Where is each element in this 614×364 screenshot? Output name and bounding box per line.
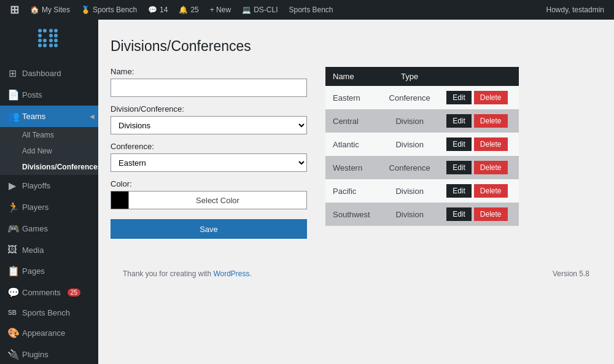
cell-name: Western bbox=[325, 156, 380, 179]
name-field-group: Name: bbox=[111, 67, 307, 97]
edit-button[interactable]: Edit bbox=[446, 91, 472, 104]
teams-icon: 👥 bbox=[7, 110, 17, 122]
my-sites-label: My Sites bbox=[42, 6, 70, 14]
sports-bench-right-item[interactable]: Sports Bench bbox=[284, 0, 338, 20]
new-item[interactable]: + New bbox=[205, 0, 236, 20]
wordpress-link[interactable]: WordPress. bbox=[213, 269, 251, 278]
edit-button[interactable]: Edit bbox=[446, 137, 472, 151]
menu-item-sports-bench[interactable]: SB Sports Bench bbox=[0, 303, 98, 322]
menu-item-games[interactable]: 🎮 Games bbox=[0, 218, 98, 239]
edit-button[interactable]: Edit bbox=[446, 184, 472, 198]
wp-logo-icon: ⊞ bbox=[10, 3, 19, 17]
save-button[interactable]: Save bbox=[111, 219, 307, 239]
division-conference-select[interactable]: Divisions Conferences bbox=[111, 116, 307, 134]
delete-button[interactable]: Delete bbox=[474, 207, 508, 221]
cell-type: Division bbox=[380, 133, 439, 156]
sports-bench-label: Sports Bench bbox=[93, 6, 137, 14]
conference-select[interactable]: Eastern Western Central bbox=[111, 153, 307, 172]
cell-name: Pacific bbox=[325, 179, 380, 203]
svg-point-9 bbox=[49, 34, 53, 37]
sidebar: ⊞ Dashboard 📄 Posts 👥 Teams ◀ All Teams … bbox=[0, 20, 98, 364]
delete-button[interactable]: Delete bbox=[474, 114, 508, 128]
edit-button[interactable]: Edit bbox=[446, 161, 472, 174]
comments-item[interactable]: 💬 14 bbox=[143, 0, 173, 20]
menu-item-comments[interactable]: 💬 Comments 25 bbox=[0, 282, 98, 303]
table-section: Name Type Eastern Conference Edit Delete… bbox=[325, 67, 519, 226]
cell-type: Division bbox=[380, 109, 439, 133]
page-title: Divisions/Conferences bbox=[111, 38, 602, 55]
teams-arrow-icon: ◀ bbox=[90, 113, 95, 120]
my-sites-icon: 🏠 bbox=[30, 6, 39, 14]
comments-count: 14 bbox=[160, 6, 168, 14]
cell-name: Central bbox=[325, 109, 380, 133]
sports-bench-item[interactable]: 🏅 Sports Bench bbox=[76, 0, 142, 20]
menu-item-teams[interactable]: 👥 Teams ◀ bbox=[0, 106, 98, 127]
sb-logo-area bbox=[0, 20, 98, 63]
svg-point-2 bbox=[38, 34, 42, 37]
menu-label-players: Players bbox=[22, 203, 49, 212]
color-select-button[interactable]: Select Color bbox=[129, 191, 307, 209]
delete-button[interactable]: Delete bbox=[474, 137, 508, 151]
svg-point-10 bbox=[54, 34, 58, 37]
menu-item-dashboard[interactable]: ⊞ Dashboard bbox=[0, 63, 98, 84]
cell-actions: Edit Delete bbox=[439, 156, 519, 179]
col-type-header: Type bbox=[380, 67, 439, 86]
new-label: + New bbox=[210, 6, 231, 14]
table-body: Eastern Conference Edit Delete Central D… bbox=[325, 86, 519, 226]
submenu-item-add-new[interactable]: Add New bbox=[0, 143, 98, 159]
appearance-icon: 🎨 bbox=[7, 327, 17, 339]
footer-text: Thank you for creating with WordPress. bbox=[123, 269, 252, 278]
color-swatch[interactable] bbox=[111, 191, 129, 209]
menu-item-media[interactable]: 🖼 Media bbox=[0, 239, 98, 260]
menu-label-comments: Comments bbox=[22, 288, 61, 297]
svg-point-8 bbox=[54, 29, 58, 33]
cell-type: Division bbox=[380, 179, 439, 203]
table-row: Central Division Edit Delete bbox=[325, 109, 519, 133]
updates-item[interactable]: 🔔 25 bbox=[174, 0, 203, 20]
howdy-label: Howdy, testadmin bbox=[546, 6, 604, 14]
delete-button[interactable]: Delete bbox=[474, 161, 508, 174]
menu-item-playoffs[interactable]: ▶ Playoffs bbox=[0, 175, 98, 196]
wp-logo-item[interactable]: ⊞ bbox=[5, 0, 24, 20]
my-sites-item[interactable]: 🏠 My Sites bbox=[25, 0, 75, 20]
svg-point-6 bbox=[38, 44, 42, 47]
svg-point-1 bbox=[43, 29, 47, 33]
divisions-table: Name Type Eastern Conference Edit Delete… bbox=[325, 67, 519, 226]
svg-point-3 bbox=[38, 39, 42, 42]
menu-label-teams: Teams bbox=[22, 112, 45, 121]
ds-cli-item[interactable]: 💻 DS-CLI bbox=[237, 0, 282, 20]
submenu-label-divisions: Divisions/Conferences bbox=[22, 163, 101, 171]
main-wrap: ⊞ Dashboard 📄 Posts 👥 Teams ◀ All Teams … bbox=[0, 20, 614, 364]
table-row: Eastern Conference Edit Delete bbox=[325, 86, 519, 109]
teams-submenu: All Teams Add New Divisions/Conferences bbox=[0, 127, 98, 175]
main-menu: ⊞ Dashboard 📄 Posts 👥 Teams ◀ bbox=[0, 63, 98, 127]
howdy-item[interactable]: Howdy, testadmin bbox=[542, 0, 609, 20]
updates-icon: 🔔 bbox=[179, 6, 188, 14]
menu-label-appearance: Appearance bbox=[22, 328, 65, 338]
submenu-item-divisions[interactable]: Divisions/Conferences bbox=[0, 159, 98, 175]
edit-button[interactable]: Edit bbox=[446, 114, 472, 128]
cell-actions: Edit Delete bbox=[439, 86, 519, 109]
menu-item-posts[interactable]: 📄 Posts bbox=[0, 84, 98, 106]
menu-item-appearance[interactable]: 🎨 Appearance bbox=[0, 322, 98, 344]
cell-type: Conference bbox=[380, 86, 439, 109]
menu-item-players[interactable]: 🏃 Players bbox=[0, 196, 98, 218]
delete-button[interactable]: Delete bbox=[474, 184, 508, 198]
menu-label-posts: Posts bbox=[22, 90, 42, 99]
menu-label-plugins: Plugins bbox=[22, 350, 49, 359]
menu-label-games: Games bbox=[22, 224, 48, 233]
dashboard-icon: ⊞ bbox=[7, 68, 17, 79]
cell-name: Atlantic bbox=[325, 133, 380, 156]
submenu-item-all-teams[interactable]: All Teams bbox=[0, 127, 98, 143]
comments-badge: 25 bbox=[68, 288, 80, 296]
sports-bench-right-label: Sports Bench bbox=[289, 6, 333, 14]
edit-button[interactable]: Edit bbox=[446, 207, 472, 221]
delete-button[interactable]: Delete bbox=[474, 91, 508, 104]
footer: Thank you for creating with WordPress. V… bbox=[111, 263, 602, 284]
comments-icon: 💬 bbox=[148, 6, 157, 14]
menu-item-pages[interactable]: 📋 Pages bbox=[0, 260, 98, 282]
table-row: Pacific Division Edit Delete bbox=[325, 179, 519, 203]
sb-logo-svg bbox=[28, 26, 71, 56]
menu-item-plugins[interactable]: 🔌 Plugins bbox=[0, 344, 98, 364]
name-input[interactable] bbox=[111, 79, 307, 97]
